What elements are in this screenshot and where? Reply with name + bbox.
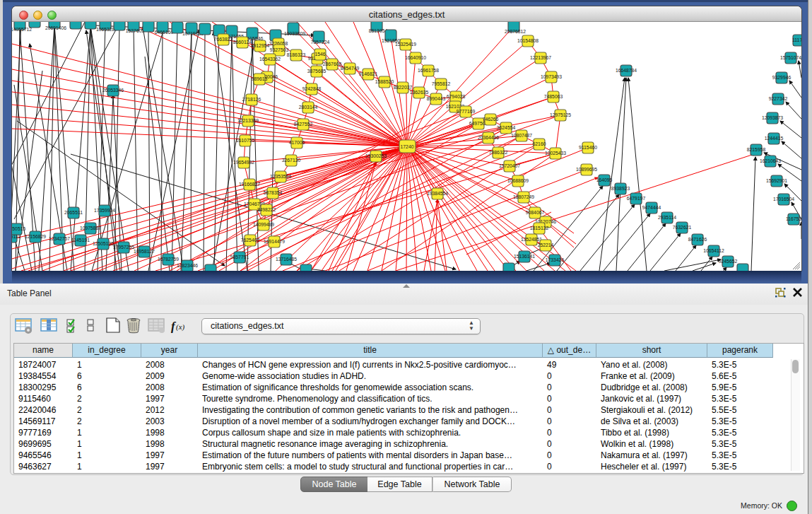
svg-text:3875685: 3875685 (307, 69, 326, 74)
svg-text:19654982: 19654982 (233, 160, 254, 165)
svg-text:3498222: 3498222 (257, 207, 276, 212)
svg-text:19300253: 19300253 (365, 153, 387, 158)
svg-text:164095: 164095 (596, 177, 613, 182)
svg-text:10025433: 10025433 (545, 151, 566, 156)
svg-text:1350515: 1350515 (12, 226, 25, 231)
svg-text:10899695: 10899695 (576, 167, 597, 172)
svg-text:9146821: 9146821 (359, 71, 378, 76)
svg-text:1362635: 1362635 (410, 90, 429, 95)
svg-text:12353594: 12353594 (270, 174, 291, 179)
svg-text:8938923: 8938923 (611, 186, 630, 191)
svg-text:16543362: 16543362 (259, 57, 281, 62)
svg-text:18807249: 18807249 (513, 194, 534, 199)
svg-text:746266: 746266 (483, 117, 499, 122)
svg-text:11173: 11173 (792, 37, 801, 42)
svg-text:12975125: 12975125 (550, 112, 571, 117)
svg-text:15136141: 15136141 (514, 254, 535, 259)
svg-text:12505135: 12505135 (93, 241, 114, 246)
svg-text:8990443: 8990443 (427, 96, 446, 101)
svg-text:10154808: 10154808 (517, 38, 539, 43)
svg-text:20876812: 20876812 (505, 29, 526, 34)
svg-text:15692901: 15692901 (766, 178, 787, 183)
svg-text:1527602: 1527602 (126, 28, 145, 33)
svg-text:2935114: 2935114 (658, 215, 676, 220)
svg-text:16648784: 16648784 (616, 68, 637, 73)
svg-text:2803144: 2803144 (299, 105, 318, 110)
svg-text:15720407: 15720407 (499, 163, 520, 168)
svg-text:(x): (x) (176, 322, 185, 332)
svg-text:15751074: 15751074 (780, 55, 801, 60)
svg-text:12093873: 12093873 (762, 115, 783, 120)
svg-text:17359934: 17359934 (94, 208, 115, 213)
svg-text:9474444: 9474444 (642, 205, 661, 210)
svg-text:9084067: 9084067 (526, 210, 545, 215)
svg-text:9115460: 9115460 (579, 145, 597, 150)
svg-text:20364436: 20364436 (478, 135, 499, 140)
svg-text:19384554: 19384554 (427, 191, 448, 196)
svg-text:8912954: 8912954 (251, 43, 270, 48)
svg-text:7663822: 7663822 (214, 37, 233, 42)
svg-text:9245652: 9245652 (719, 259, 738, 264)
svg-text:8660124: 8660124 (233, 40, 252, 45)
svg-text:10807487: 10807487 (511, 133, 532, 138)
svg-text:9857791: 9857791 (230, 255, 249, 259)
svg-text:8186323: 8186323 (287, 52, 306, 57)
svg-text:16210643: 16210643 (760, 158, 781, 163)
svg-text:26053346: 26053346 (102, 88, 124, 93)
svg-text:6466160: 6466160 (155, 30, 174, 35)
svg-text:9777169: 9777169 (457, 109, 476, 114)
svg-text:7357224: 7357224 (311, 40, 330, 45)
svg-text:252214: 252214 (538, 243, 554, 247)
svg-text:2065511: 2065511 (64, 210, 83, 215)
svg-text:2718126: 2718126 (242, 97, 261, 102)
svg-text:1546: 1546 (314, 52, 325, 57)
svg-text:13716485: 13716485 (276, 257, 297, 262)
svg-text:1588520: 1588520 (375, 79, 394, 84)
svg-text:16033809: 16033809 (284, 31, 305, 36)
svg-text:12156829: 12156829 (25, 234, 46, 239)
svg-text:16640910: 16640910 (405, 55, 426, 60)
svg-text:16914479: 16914479 (264, 239, 285, 244)
svg-text:989613: 989613 (252, 76, 268, 81)
svg-text:12342757: 12342757 (49, 236, 70, 241)
svg-text:6479197: 6479197 (627, 196, 646, 201)
svg-text:7632621: 7632621 (673, 225, 692, 230)
svg-text:16961758: 16961758 (418, 68, 439, 73)
svg-text:5878354: 5878354 (264, 190, 283, 195)
svg-text:1244415: 1244415 (765, 136, 784, 141)
svg-text:1815132: 1815132 (530, 226, 549, 230)
svg-text:10975887: 10975887 (80, 226, 101, 230)
svg-text:3267130: 3267130 (282, 158, 301, 163)
svg-text:9327503: 9327503 (270, 47, 289, 52)
svg-text:8215958: 8215958 (747, 147, 766, 152)
svg-text:19166827: 19166827 (239, 182, 260, 187)
svg-text:10688609: 10688609 (507, 178, 529, 183)
svg-text:17957255: 17957255 (113, 245, 134, 250)
svg-text:12823446: 12823446 (177, 263, 198, 268)
svg-text:12213967: 12213967 (530, 55, 551, 60)
svg-text:7955812: 7955812 (432, 81, 451, 86)
svg-text:10654112: 10654112 (703, 248, 724, 253)
svg-text:3624554: 3624554 (497, 125, 516, 130)
svg-text:12213369: 12213369 (237, 118, 259, 123)
svg-text:2867608: 2867608 (323, 62, 342, 66)
svg-text:1145191: 1145191 (71, 238, 90, 243)
svg-text:7625402: 7625402 (241, 238, 260, 243)
svg-text:16782759: 16782759 (158, 257, 179, 262)
svg-text:1733426: 1733426 (546, 257, 565, 262)
svg-text:10958127: 10958127 (134, 249, 155, 254)
svg-text:9329946: 9329946 (772, 75, 792, 80)
svg-text:7485063: 7485063 (544, 94, 563, 99)
svg-text:17016504: 17016504 (773, 197, 794, 201)
svg-text:15325419: 15325419 (395, 42, 416, 47)
svg-text:14099489: 14099489 (253, 222, 274, 227)
svg-text:17240: 17240 (401, 144, 414, 149)
svg-text:62160: 62160 (533, 141, 546, 146)
svg-text:6794028: 6794028 (447, 94, 466, 99)
svg-text:116753: 116753 (786, 216, 801, 221)
svg-text:417006: 417006 (289, 140, 305, 145)
svg-text:1610755: 1610755 (236, 138, 255, 143)
svg-text:14055712: 14055712 (12, 27, 32, 32)
svg-text:13524851: 13524851 (521, 237, 542, 242)
svg-text:20691406: 20691406 (45, 25, 66, 30)
